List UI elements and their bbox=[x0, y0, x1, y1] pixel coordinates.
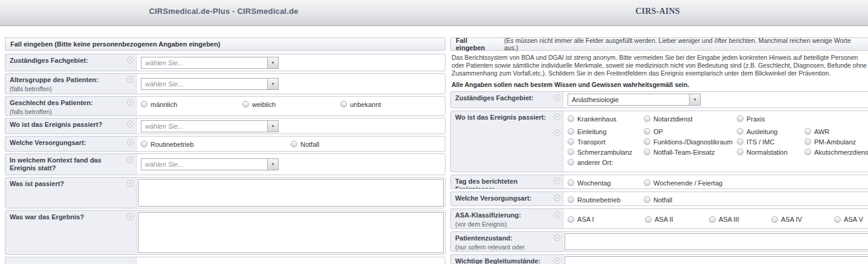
field-label: ASA-Klassifizierung: bbox=[455, 211, 552, 219]
radio-button[interactable] bbox=[568, 159, 574, 166]
radio-button[interactable] bbox=[568, 216, 574, 223]
ereignisort-select[interactable]: wählen Sie... ▼ bbox=[141, 120, 279, 132]
radio-button[interactable] bbox=[568, 196, 574, 203]
chevron-down-icon[interactable]: ▼ bbox=[689, 94, 700, 105]
radio-button[interactable] bbox=[568, 115, 574, 122]
row-versorgungsart: Welche Versorgungsart: ✕ Routinebetrieb … bbox=[5, 136, 445, 152]
chevron-down-icon[interactable]: ▼ bbox=[267, 159, 278, 170]
clear-icon[interactable]: ✕ bbox=[127, 180, 134, 187]
clear-icon[interactable]: ✕ bbox=[554, 114, 560, 120]
radio-button[interactable] bbox=[340, 101, 347, 108]
altersgruppe-select[interactable]: wählen Sie... ▼ bbox=[141, 78, 279, 90]
radio-label: ASA IV bbox=[781, 216, 802, 223]
select-value: Anästhesiologie bbox=[572, 96, 619, 103]
radio-transport: Transport bbox=[568, 137, 644, 146]
fachgebiet-select[interactable]: wählen Sie... ▼ bbox=[141, 57, 279, 69]
radio-button[interactable] bbox=[291, 141, 297, 147]
radio-button[interactable] bbox=[834, 216, 841, 223]
radio-wochenende-feiertag: Wochenende / Feiertag bbox=[644, 178, 867, 187]
radio-label: Notfall-Team-Einsatz bbox=[653, 149, 714, 156]
radio-button[interactable] bbox=[568, 179, 574, 186]
chevron-down-icon[interactable]: ▼ bbox=[267, 57, 278, 68]
radio-button[interactable] bbox=[645, 216, 652, 223]
clear-icon[interactable]: ✕ bbox=[554, 195, 560, 201]
clear-icon[interactable]: ✕ bbox=[127, 76, 134, 83]
fachgebiet-select[interactable]: Anästhesiologie ▼ bbox=[568, 94, 701, 106]
radio-button[interactable] bbox=[709, 216, 716, 223]
radio-button[interactable] bbox=[568, 149, 574, 155]
clear-icon[interactable]: ✕ bbox=[127, 121, 134, 127]
radio-button[interactable] bbox=[141, 141, 147, 147]
panels-container: Fall eingeben (Bitte keine personenbezog… bbox=[0, 26, 868, 264]
chevron-down-icon[interactable]: ▼ bbox=[267, 121, 278, 132]
clear-icon[interactable]: ✕ bbox=[554, 129, 560, 136]
right-app-title: CIRS-AINS bbox=[635, 7, 679, 16]
radio-button[interactable] bbox=[771, 216, 778, 223]
radio-button[interactable] bbox=[644, 138, 650, 145]
anonymity-notice: Das Berichtssystem von BDA und DGAI ist … bbox=[452, 54, 868, 77]
radio-button[interactable] bbox=[141, 101, 147, 108]
patientenzustand-textarea[interactable] bbox=[565, 233, 868, 250]
radio-notfall: Notfall bbox=[644, 195, 867, 204]
radio-button[interactable] bbox=[805, 149, 811, 155]
clear-icon[interactable]: ✕ bbox=[554, 178, 560, 184]
field-label: Wo ist das Ereignis passiert: bbox=[455, 114, 552, 121]
radio-label: Notfall bbox=[653, 196, 672, 204]
radio-button[interactable] bbox=[737, 138, 743, 145]
input-cell bbox=[137, 178, 445, 208]
clear-icon[interactable]: ✕ bbox=[554, 234, 560, 241]
field-sublabel: (falls betroffen) bbox=[10, 85, 125, 92]
label-cell-ereignisort: Wo ist das Ereignis passiert? ✕ bbox=[5, 118, 137, 134]
clear-icon[interactable]: ✕ bbox=[127, 99, 134, 106]
radio-button[interactable] bbox=[644, 179, 650, 186]
radio-button[interactable] bbox=[644, 128, 650, 135]
radio-asa-2: ASA II bbox=[645, 215, 709, 224]
clear-icon[interactable]: ✕ bbox=[127, 156, 134, 163]
radio-button[interactable] bbox=[568, 138, 574, 145]
radio-button[interactable] bbox=[242, 101, 249, 108]
left-app-title: CIRSmedical.de-Plus - CIRSmedical.de bbox=[149, 7, 298, 16]
radio-button[interactable] bbox=[737, 115, 743, 122]
select-placeholder: wählen Sie... bbox=[145, 161, 183, 168]
radio-unbekannt: unbekannt bbox=[340, 100, 442, 109]
label-cell-fachgebiet: Zuständiges Fachgebiet: ✕ bbox=[5, 54, 137, 71]
clear-icon[interactable]: ✕ bbox=[554, 211, 560, 218]
radio-schmerzambulanz: Schmerzambulanz bbox=[568, 147, 644, 156]
label-cell-cutoff bbox=[5, 257, 137, 264]
radio-button[interactable] bbox=[644, 115, 650, 122]
clear-icon[interactable]: ✕ bbox=[554, 94, 560, 101]
radio-label: ASA I bbox=[577, 216, 594, 223]
clear-icon[interactable]: ✕ bbox=[554, 257, 560, 264]
radio-button[interactable] bbox=[737, 149, 743, 155]
row-patientenzustand: Patientenzustand: (nur sofern relevant o… bbox=[450, 231, 868, 252]
input-cell: wählen Sie... ▼ bbox=[137, 54, 445, 71]
kontext-select[interactable]: wählen Sie... ▼ bbox=[141, 158, 279, 170]
label-cell-altersgruppe: Altersgruppe des Patienten: (falls betro… bbox=[5, 74, 137, 94]
radio-asa-3: ASA III bbox=[709, 215, 771, 224]
clear-icon[interactable]: ✕ bbox=[127, 213, 134, 220]
input-cell bbox=[563, 232, 868, 251]
panel-cirs-ains: Fall eingeben (Es müssen nicht immer all… bbox=[450, 37, 868, 264]
radio-label: anderer Ort: bbox=[577, 159, 613, 166]
ergebnis-textarea[interactable] bbox=[138, 212, 444, 253]
radio-button[interactable] bbox=[805, 128, 811, 135]
radio-button[interactable] bbox=[737, 128, 743, 135]
radio-button[interactable] bbox=[644, 149, 650, 155]
right-section-title: Fall eingeben bbox=[456, 37, 498, 51]
row-ergebnis: Was war das Ergebnis? ✕ bbox=[5, 210, 445, 255]
radio-button[interactable] bbox=[805, 138, 811, 145]
chevron-down-icon[interactable]: ▼ bbox=[267, 79, 278, 89]
radio-krankenhaus: Krankenhaus bbox=[568, 114, 644, 123]
was-passiert-textarea[interactable] bbox=[138, 179, 444, 207]
radio-label: Krankenhaus bbox=[577, 115, 617, 123]
field-label: Zuständiges Fachgebiet: bbox=[455, 94, 552, 102]
radio-asa-1: ASA I bbox=[568, 215, 645, 224]
radio-label: ASA II bbox=[655, 216, 673, 223]
radio-button[interactable] bbox=[568, 128, 574, 135]
clear-icon[interactable]: ✕ bbox=[127, 139, 134, 146]
begleitumstaende-textarea[interactable] bbox=[565, 256, 868, 264]
input-cell: Wochentag Wochenende / Feiertag bbox=[563, 175, 868, 188]
clear-icon[interactable]: ✕ bbox=[127, 57, 134, 63]
radio-label: Funktions-/Diagnostikraum bbox=[653, 138, 733, 146]
radio-button[interactable] bbox=[644, 196, 650, 203]
